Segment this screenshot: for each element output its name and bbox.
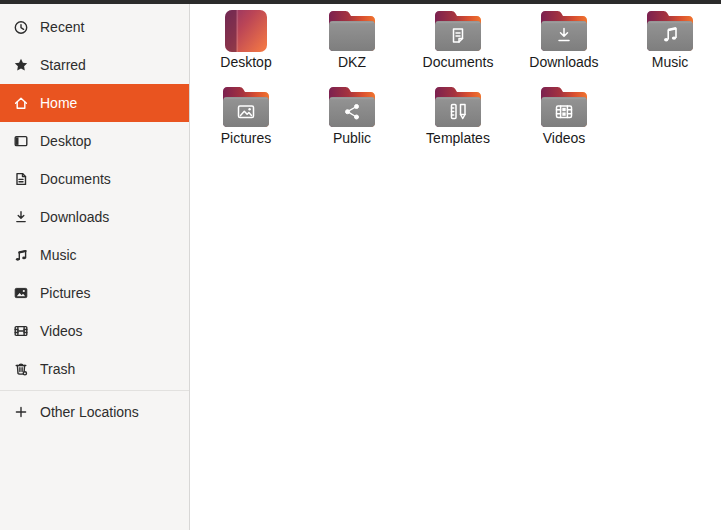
sidebar-item-label: Starred — [40, 57, 86, 73]
file-item-downloads[interactable]: Downloads — [511, 10, 617, 86]
sidebar-item-label: Downloads — [40, 209, 109, 225]
file-item-label: Public — [333, 130, 371, 146]
sidebar-list: RecentStarredHomeDesktopDocumentsDownloa… — [0, 8, 189, 388]
sidebar-item-other-locations[interactable]: Other Locations — [0, 393, 189, 431]
trash-icon — [13, 361, 29, 377]
file-item-label: Desktop — [220, 54, 271, 70]
sidebar-item-label: Recent — [40, 19, 84, 35]
desktop-icon — [13, 133, 29, 149]
file-item-public[interactable]: Public — [299, 86, 405, 162]
file-item-label: Pictures — [221, 130, 272, 146]
home-icon — [13, 95, 29, 111]
file-item-label: Downloads — [529, 54, 598, 70]
folder-icon — [328, 10, 376, 52]
starred-icon — [13, 57, 29, 73]
sidebar-item-label: Pictures — [40, 285, 91, 301]
file-item-pictures[interactable]: Pictures — [193, 86, 299, 162]
sidebar-item-downloads[interactable]: Downloads — [0, 198, 189, 236]
folder-icon — [646, 10, 694, 52]
sidebar-item-label: Home — [40, 95, 77, 111]
file-item-label: Music — [652, 54, 689, 70]
sidebar-separator — [0, 390, 189, 391]
file-item-videos[interactable]: Videos — [511, 86, 617, 162]
sidebar-item-desktop[interactable]: Desktop — [0, 122, 189, 160]
file-item-music[interactable]: Music — [617, 10, 721, 86]
pictures-icon — [13, 285, 29, 301]
sidebar-item-label: Other Locations — [40, 404, 139, 420]
file-grid: Desktop DKZ Documents — [190, 4, 721, 162]
sidebar-item-pictures[interactable]: Pictures — [0, 274, 189, 312]
sidebar-item-documents[interactable]: Documents — [0, 160, 189, 198]
folder-icon — [540, 10, 588, 52]
music-icon — [13, 247, 29, 263]
file-item-label: DKZ — [338, 54, 366, 70]
sidebar-item-trash[interactable]: Trash — [0, 350, 189, 388]
downloads-icon — [13, 209, 29, 225]
folder-icon — [434, 10, 482, 52]
file-item-label: Templates — [426, 130, 490, 146]
sidebar-item-label: Desktop — [40, 133, 91, 149]
sidebar: RecentStarredHomeDesktopDocumentsDownloa… — [0, 4, 190, 530]
file-item-label: Videos — [543, 130, 586, 146]
folder-icon — [328, 86, 376, 128]
videos-icon — [13, 323, 29, 339]
folder-icon — [222, 86, 270, 128]
sidebar-item-starred[interactable]: Starred — [0, 46, 189, 84]
folder-icon — [540, 86, 588, 128]
sidebar-item-label: Music — [40, 247, 77, 263]
sidebar-item-videos[interactable]: Videos — [0, 312, 189, 350]
file-item-templates[interactable]: Templates — [405, 86, 511, 162]
recent-icon — [13, 19, 29, 35]
folder-icon — [434, 86, 482, 128]
documents-icon — [13, 171, 29, 187]
sidebar-item-label: Documents — [40, 171, 111, 187]
files-pane: Desktop DKZ Documents — [190, 4, 721, 530]
sidebar-item-home[interactable]: Home — [0, 84, 189, 122]
sidebar-item-music[interactable]: Music — [0, 236, 189, 274]
sidebar-item-label: Trash — [40, 361, 75, 377]
file-item-label: Documents — [423, 54, 494, 70]
file-item-documents[interactable]: Documents — [405, 10, 511, 86]
plus-icon — [13, 404, 29, 420]
sidebar-footer: Other Locations — [0, 393, 189, 431]
file-item-desktop[interactable]: Desktop — [193, 10, 299, 86]
file-item-dkz[interactable]: DKZ — [299, 10, 405, 86]
sidebar-item-label: Videos — [40, 323, 83, 339]
desktop-gradient-icon — [222, 10, 270, 52]
sidebar-item-recent[interactable]: Recent — [0, 8, 189, 46]
